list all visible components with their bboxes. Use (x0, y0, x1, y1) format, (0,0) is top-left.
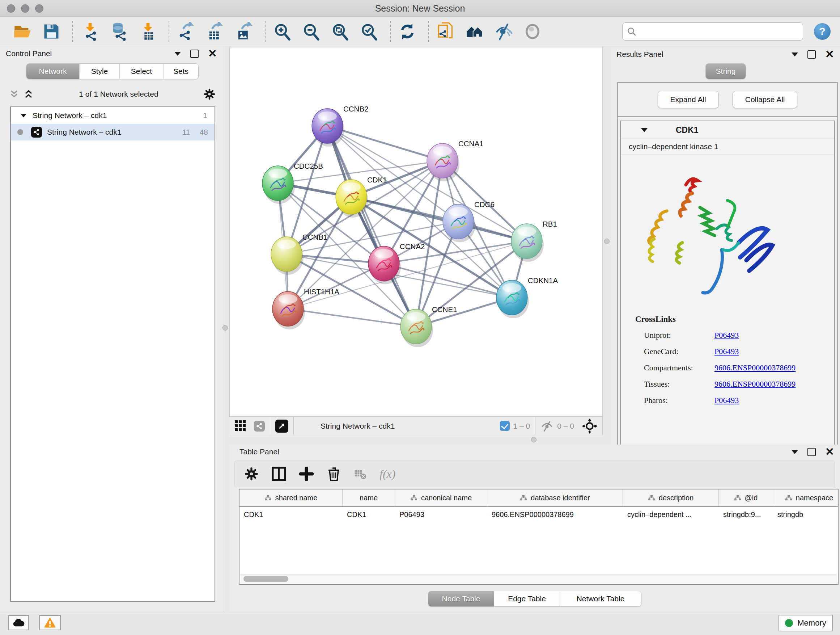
network-node[interactable]: CCNA1 (427, 139, 484, 181)
network-node[interactable]: CCNB2 (312, 105, 369, 147)
tab-network[interactable]: Network (27, 64, 80, 79)
table-row[interactable]: CDK1 CDK1 P06493 9606.ENSP00000378699 cy… (240, 507, 838, 522)
crosslink-link[interactable]: 9606.ENSP00000378699 (714, 363, 796, 372)
export-table-icon[interactable] (205, 22, 224, 41)
table-horizontal-scrollbar[interactable] (240, 574, 837, 583)
tab-string[interactable]: String (706, 64, 745, 79)
zoom-in-icon[interactable] (273, 22, 292, 41)
cell-description[interactable]: cyclin–dependent ... (623, 507, 719, 522)
open-session-icon[interactable] (13, 22, 32, 41)
show-eye-icon[interactable] (523, 22, 542, 41)
search-input[interactable] (640, 27, 803, 36)
import-table-icon[interactable] (138, 22, 157, 41)
crosslink-link[interactable]: P06493 (714, 347, 739, 356)
network-edge[interactable] (327, 126, 442, 161)
string-documents-icon[interactable] (436, 22, 455, 41)
open-in-browser-icon[interactable] (275, 420, 288, 432)
gene-expand-icon[interactable] (641, 128, 647, 132)
cloud-status-button[interactable] (8, 615, 29, 630)
add-column-icon[interactable] (299, 467, 314, 481)
splitter-handle[interactable] (531, 437, 537, 442)
hide-eye-icon[interactable] (494, 22, 513, 41)
network-node[interactable]: CCNE1 (401, 305, 457, 347)
splitter-handle[interactable] (223, 325, 228, 331)
cell-id[interactable]: stringdb:9... (719, 507, 773, 522)
network-node[interactable]: HIST1H1A (272, 287, 339, 329)
zoom-selected-icon[interactable] (360, 22, 378, 41)
column-header[interactable]: shared name (240, 489, 343, 506)
network-canvas[interactable]: CCNB2CCNA1CDC25BCDK1CDC6RB1CCNB1CCNA2CDK… (229, 47, 603, 417)
crosslink-link[interactable]: P06493 (714, 396, 739, 405)
network-node[interactable]: CDC25B (262, 162, 323, 204)
splitter-handle[interactable] (604, 239, 609, 244)
help-button[interactable]: ? (814, 23, 831, 40)
network-options-gear-icon[interactable] (203, 88, 216, 100)
cell-database-identifier[interactable]: 9606.ENSP00000378699 (487, 507, 623, 522)
gene-section-header[interactable]: CDK1 (621, 121, 834, 139)
cell-name[interactable]: CDK1 (343, 507, 395, 522)
tab-select[interactable]: Select (120, 64, 164, 79)
network-collection-row[interactable]: String Network – cdk1 1 (11, 107, 215, 124)
crosslink-link[interactable]: P06493 (714, 331, 739, 340)
import-network-database-icon[interactable] (109, 22, 128, 41)
panel-menu-icon[interactable] (174, 52, 181, 56)
import-network-file-icon[interactable] (80, 22, 99, 41)
cell-canonical-name[interactable]: P06493 (395, 507, 487, 522)
export-network-icon[interactable] (177, 22, 195, 41)
selected-nodes-checkbox-icon[interactable] (500, 421, 510, 431)
network-node[interactable]: CDC6 (443, 200, 494, 242)
network-node[interactable]: CCNA2 (368, 242, 425, 284)
cell-namespace[interactable]: stringdb (773, 507, 838, 522)
expand-all-icon[interactable] (23, 89, 34, 100)
network-edge[interactable] (384, 264, 512, 298)
column-header[interactable]: @id (719, 489, 773, 506)
network-edge[interactable] (288, 309, 416, 326)
column-header[interactable]: namespace (773, 489, 838, 506)
expand-all-button[interactable]: Expand All (658, 91, 719, 108)
column-header[interactable]: name (343, 489, 395, 506)
zoom-out-icon[interactable] (302, 22, 321, 41)
home-icon[interactable] (465, 22, 484, 41)
network-edge[interactable] (351, 197, 527, 241)
tab-node-table[interactable]: Node Table (428, 591, 494, 606)
panel-menu-icon[interactable] (791, 450, 798, 454)
crosslink-link[interactable]: 9606.ENSP00000378699 (714, 379, 796, 389)
panel-menu-icon[interactable] (791, 52, 798, 57)
collection-expand-icon[interactable] (21, 114, 26, 117)
export-image-icon[interactable] (234, 22, 253, 41)
save-session-icon[interactable] (42, 22, 61, 41)
tab-sets[interactable]: Sets (164, 64, 198, 79)
network-row[interactable]: String Network – cdk1 11 48 (11, 124, 215, 141)
memory-button[interactable]: Memory (778, 615, 833, 631)
column-header[interactable]: canonical name (395, 489, 487, 506)
panel-close-icon[interactable]: ✕ (208, 50, 217, 57)
panel-float-icon[interactable] (190, 50, 199, 58)
collapse-all-icon[interactable] (9, 89, 19, 100)
panel-float-icon[interactable] (807, 448, 816, 456)
delete-column-icon[interactable] (327, 467, 341, 481)
table-options-gear-icon[interactable] (244, 467, 259, 481)
column-header[interactable]: database identifier (487, 489, 623, 506)
zoom-fit-icon[interactable] (331, 22, 349, 41)
panel-close-icon[interactable]: ✕ (825, 448, 834, 455)
warning-status-button[interactable] (39, 615, 61, 630)
cell-shared-name[interactable]: CDK1 (240, 507, 343, 522)
fit-content-crosshair-icon[interactable] (582, 418, 597, 434)
network-node[interactable]: CDKN1A (496, 276, 558, 318)
tab-network-table[interactable]: Network Table (560, 591, 641, 606)
network-edge[interactable] (327, 126, 416, 326)
network-node[interactable]: CDK1 (336, 176, 387, 218)
network-node[interactable]: RB1 (511, 220, 557, 262)
network-graph[interactable]: CCNB2CCNA1CDC25BCDK1CDC6RB1CCNB1CCNA2CDK… (230, 48, 602, 416)
string-settings-icon[interactable] (254, 421, 265, 432)
panel-close-icon[interactable]: ✕ (825, 51, 834, 58)
panel-float-icon[interactable] (807, 50, 816, 59)
collapse-all-button[interactable]: Collapse All (733, 91, 798, 108)
show-columns-icon[interactable] (272, 467, 286, 481)
scrollbar-thumb[interactable] (243, 576, 288, 582)
refresh-icon[interactable] (398, 22, 417, 41)
tab-style[interactable]: Style (80, 64, 120, 79)
column-header[interactable]: description (623, 489, 719, 506)
birdseye-grid-icon[interactable] (234, 420, 248, 432)
tab-edge-table[interactable]: Edge Table (494, 591, 560, 606)
